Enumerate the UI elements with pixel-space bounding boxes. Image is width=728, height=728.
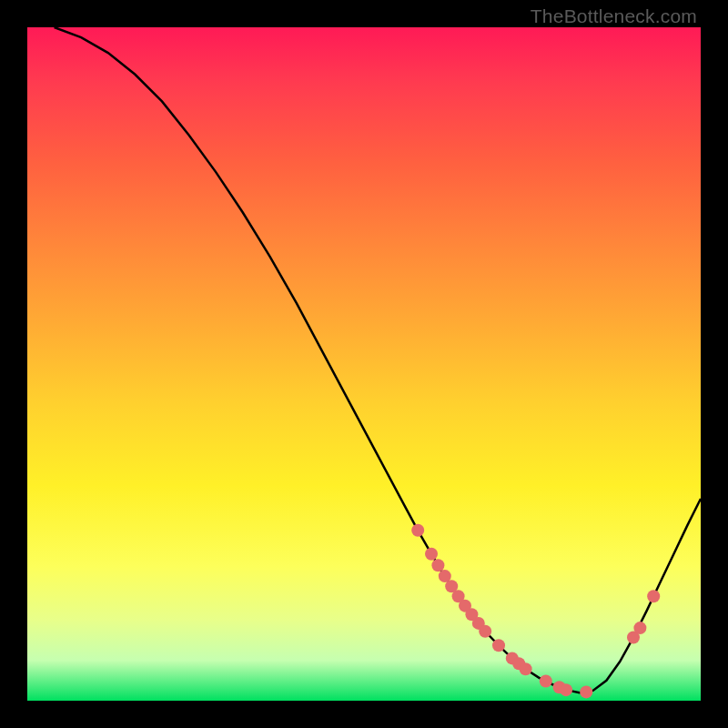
bottleneck-curve bbox=[55, 27, 701, 693]
watermark-text: TheBottleneck.com bbox=[531, 5, 697, 27]
data-point bbox=[492, 639, 505, 652]
data-point bbox=[580, 685, 592, 698]
data-point bbox=[560, 683, 572, 696]
data-point bbox=[431, 559, 444, 571]
data-point bbox=[479, 625, 491, 638]
data-point bbox=[425, 548, 438, 561]
data-point bbox=[411, 524, 424, 537]
data-point bbox=[633, 622, 646, 634]
data-point bbox=[540, 675, 552, 688]
data-point bbox=[520, 662, 532, 675]
chart-canvas bbox=[27, 27, 701, 701]
data-point bbox=[647, 590, 660, 602]
plot-area bbox=[27, 27, 701, 701]
